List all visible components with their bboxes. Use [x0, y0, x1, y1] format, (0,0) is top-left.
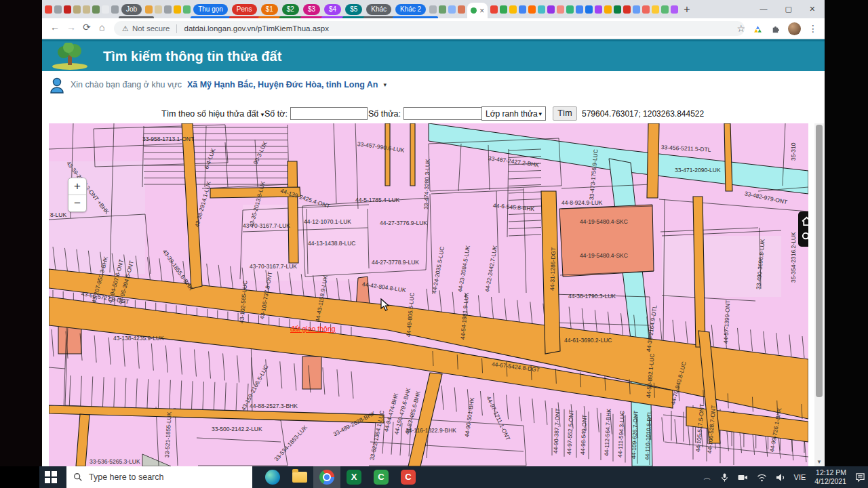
parcel-label: 44-24-2035.5-LUC [431, 246, 446, 294]
home-icon[interactable]: ⌂ [99, 22, 104, 33]
forward-icon[interactable]: → [66, 22, 76, 33]
wifi-icon[interactable] [757, 473, 767, 482]
scrollbar-down-arrow[interactable]: ▼ [814, 459, 824, 465]
mini-tab-favicon[interactable] [576, 5, 583, 14]
mini-tab-favicon[interactable] [652, 5, 659, 14]
map-search-button[interactable] [801, 231, 808, 243]
mini-tab-favicon[interactable] [604, 5, 612, 14]
tab-group-pill[interactable]: $4 [324, 4, 341, 15]
mini-tab-favicon[interactable] [500, 5, 507, 14]
parcel-label: 44-90-501-BHK [463, 397, 475, 438]
new-tab-button[interactable]: + [684, 3, 690, 16]
parcel-label: 44-27-3776.9-LUK [380, 220, 427, 226]
mini-tab-favicon[interactable] [73, 5, 81, 14]
find-button[interactable]: Tìm [553, 106, 577, 121]
mini-tab-favicon[interactable] [538, 5, 545, 14]
tab-group-pill[interactable]: Khác [366, 4, 391, 15]
mini-tab-favicon[interactable] [623, 5, 631, 14]
mini-tab-favicon[interactable] [490, 5, 498, 14]
mini-tab-favicon[interactable] [528, 5, 536, 14]
letterbox-right [825, 0, 868, 466]
mini-tab-favicon[interactable] [509, 5, 517, 14]
taskbar-search-box[interactable]: Type here to search [66, 466, 252, 488]
mini-tab-favicon[interactable] [45, 5, 52, 14]
close-window-button[interactable]: × [810, 3, 815, 14]
mini-tab-favicon[interactable] [64, 5, 71, 14]
mini-tab-favicon[interactable] [92, 5, 100, 14]
chevron-down-icon[interactable]: ▾ [383, 81, 387, 88]
mini-tab-favicon[interactable] [557, 5, 564, 14]
layer-select[interactable]: Lớp ranh thửa ▾ [481, 106, 546, 121]
mini-tab-favicon[interactable] [595, 5, 602, 14]
language-indicator[interactable]: VIE [794, 473, 806, 481]
mini-tab-favicon[interactable] [566, 5, 574, 14]
mini-tab-favicon[interactable] [111, 5, 119, 14]
active-tab[interactable]: × [467, 3, 488, 18]
tab-group-pill[interactable]: Thu gọn [193, 4, 228, 15]
back-icon[interactable]: ← [50, 22, 60, 33]
cadastral-map[interactable]: 33-958-1713.1-ONT43-39-2627.2-ONT +BHK6-… [49, 123, 808, 466]
greeting-location-dropdown[interactable]: Xã Mỹ Hạnh Bắc, Huyện Đức Hòa, tỉnh Long… [187, 80, 378, 89]
mini-tab-favicon[interactable] [458, 5, 465, 14]
close-tab-icon[interactable]: × [479, 7, 484, 14]
mini-tab-favicon[interactable] [439, 5, 446, 14]
camtasia-recorder-icon[interactable]: C [395, 466, 422, 488]
action-center-icon[interactable] [855, 472, 865, 483]
drive-icon[interactable] [753, 24, 763, 34]
mini-tab-favicon[interactable] [155, 5, 162, 14]
mini-tab-favicon[interactable] [102, 5, 109, 14]
mini-tab-favicon[interactable] [633, 5, 640, 14]
page-scrollbar[interactable]: ▼ [814, 123, 824, 466]
edge-icon[interactable] [259, 466, 286, 488]
bookmark-star-icon[interactable]: ☆ [736, 23, 745, 34]
chrome-icon[interactable] [313, 466, 340, 488]
camtasia-icon[interactable]: C [368, 466, 395, 488]
tab-group-pill[interactable]: $1 [261, 4, 278, 15]
mini-tab-favicon[interactable] [614, 5, 621, 14]
extensions-puzzle-icon[interactable] [770, 24, 781, 34]
tab-group-pill[interactable]: Pens [232, 4, 257, 15]
mini-tab-favicon[interactable] [642, 5, 650, 14]
tab-group-pill[interactable]: Job [121, 4, 142, 15]
scrollbar-thumb[interactable] [816, 125, 823, 397]
profile-avatar[interactable] [788, 22, 801, 35]
parcel-label: 44-111-594.3-LUC [616, 411, 626, 458]
mini-tab-favicon[interactable] [547, 5, 555, 14]
microphone-icon[interactable] [720, 472, 729, 483]
mini-tab-favicon[interactable] [671, 5, 678, 14]
tab-group-pill[interactable]: $3 [303, 4, 320, 15]
so-to-input[interactable] [290, 107, 368, 120]
speaker-icon[interactable] [776, 473, 785, 482]
kebab-menu-icon[interactable]: ⋮ [808, 23, 818, 34]
mini-tab-favicon[interactable] [519, 5, 526, 14]
search-form: Tìm theo số hiệu thửa đất ▾ Số tờ: Số th… [42, 105, 825, 123]
url-field[interactable]: ⚠ Not secure datdai.longan.gov.vn/pTimKi… [114, 21, 745, 36]
tab-group-pill[interactable]: $5 [345, 4, 362, 15]
mini-tab-favicon[interactable] [83, 5, 90, 14]
mini-tab-favicon[interactable] [585, 5, 593, 14]
zoom-in-button[interactable]: + [68, 178, 86, 195]
mini-tab-favicon[interactable] [429, 5, 437, 14]
map-home-button[interactable] [801, 216, 808, 227]
tab-group-pill[interactable]: Khác 2 [395, 4, 426, 15]
reload-icon[interactable]: ⟳ [83, 22, 91, 33]
zoom-out-button[interactable]: − [68, 195, 86, 211]
clock[interactable]: 12:12 PM 4/12/2021 [814, 468, 846, 486]
mini-tab-favicon[interactable] [174, 5, 181, 14]
tray-expand-icon[interactable]: ︿ [704, 472, 711, 483]
tab-group-pill[interactable]: $2 [282, 4, 299, 15]
mini-tab-favicon[interactable] [183, 5, 191, 14]
file-explorer-icon[interactable] [286, 466, 313, 488]
mini-tab-favicon[interactable] [54, 5, 62, 14]
mini-tab-favicon[interactable] [145, 5, 153, 14]
mini-tab-favicon[interactable] [164, 5, 172, 14]
maximize-button[interactable]: ▢ [785, 5, 791, 14]
mini-tab-favicon[interactable] [661, 5, 669, 14]
minimize-button[interactable]: — [760, 5, 767, 13]
search-mode-dropdown[interactable]: Tìm theo số hiệu thửa đất ▾ [161, 109, 264, 119]
mini-tab-favicon[interactable] [448, 5, 456, 14]
start-button[interactable] [45, 471, 57, 483]
camera-icon[interactable] [738, 473, 748, 482]
excel-icon[interactable]: X [340, 466, 368, 488]
so-thua-input[interactable] [403, 107, 482, 120]
